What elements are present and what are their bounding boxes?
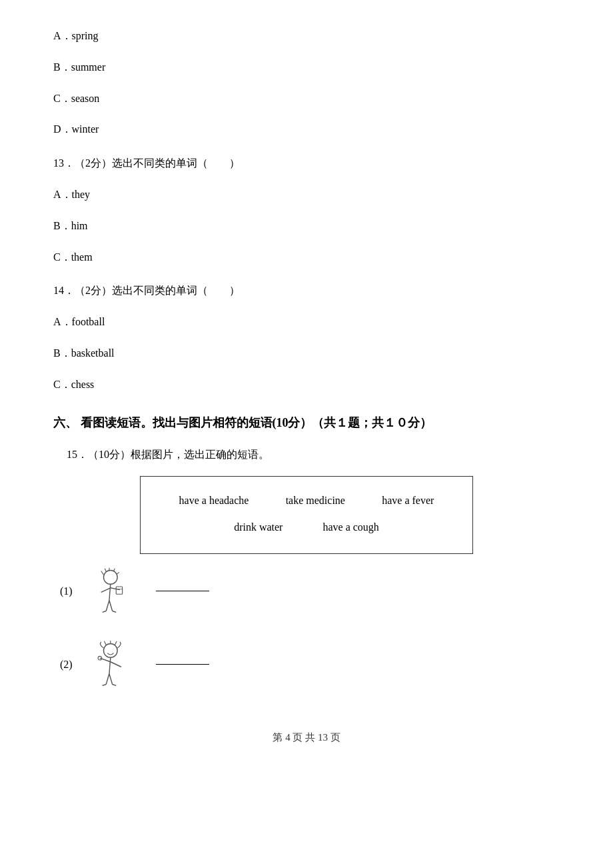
svg-line-12 [109, 601, 112, 611]
question-13: 13．（2分）选出不同类的单词（ ） [53, 154, 560, 173]
word-box: have a headache take medicine have a fev… [140, 476, 473, 553]
option-a-football: A．football [53, 313, 560, 332]
svg-line-26 [112, 685, 116, 686]
svg-line-5 [117, 573, 119, 575]
svg-line-18 [115, 641, 117, 645]
phrase-have-fever: have a fever [382, 489, 434, 512]
answer-line-2[interactable] [156, 664, 209, 665]
svg-point-15 [103, 644, 117, 658]
picture-item-2: (2) [60, 638, 560, 691]
svg-line-25 [102, 685, 106, 686]
figure-2 [87, 638, 140, 691]
svg-line-1 [101, 571, 103, 575]
svg-line-21 [110, 662, 121, 667]
page-footer: 第 4 页 共 13 页 [53, 731, 560, 744]
section-6-header: 六、 看图读短语。找出与图片相符的短语(10分）（共１题；共１０分） [53, 415, 560, 431]
option-c-them: C．them [53, 248, 560, 267]
svg-line-14 [112, 611, 116, 613]
svg-line-16 [104, 641, 106, 645]
picture-item-1: (1) [60, 565, 560, 618]
option-c-season: C．season [53, 89, 560, 109]
figure-1-svg [89, 566, 139, 616]
svg-line-7 [101, 588, 110, 593]
svg-line-19 [109, 657, 110, 673]
answer-line-1[interactable] [156, 591, 209, 591]
phrase-have-headache: have a headache [179, 489, 249, 512]
option-d-winter: D．winter [53, 120, 560, 139]
svg-line-24 [109, 674, 112, 685]
svg-point-0 [103, 571, 117, 585]
phrase-have-cough: have a cough [322, 515, 378, 539]
phrase-take-medicine: take medicine [286, 489, 345, 512]
option-b-summer: B．summer [53, 58, 560, 77]
svg-rect-9 [116, 587, 122, 594]
item-2-label: (2) [60, 659, 80, 671]
phrase-drink-water: drink water [234, 515, 283, 539]
svg-line-4 [113, 569, 115, 571]
option-a-they: A．they [53, 185, 560, 205]
option-b-basketball: B．basketball [53, 344, 560, 363]
figure-2-svg [89, 639, 139, 689]
svg-line-23 [106, 674, 109, 685]
option-c-chess: C．chess [53, 375, 560, 395]
svg-line-2 [105, 569, 106, 572]
svg-line-6 [109, 584, 110, 600]
question-15-header: 15．（10分）根据图片，选出正确的短语。 [67, 445, 560, 465]
question-14: 14．（2分）选出不同类的单词（ ） [53, 281, 560, 301]
figure-1 [87, 565, 140, 618]
word-row-2: drink water have a cough [161, 515, 452, 539]
item-1-label: (1) [60, 585, 80, 597]
word-row-1: have a headache take medicine have a fev… [161, 489, 452, 512]
svg-line-13 [102, 611, 106, 613]
option-a-spring: A．spring [53, 27, 560, 46]
svg-line-11 [106, 601, 109, 611]
option-b-him: B．him [53, 217, 560, 236]
svg-line-8 [110, 588, 119, 590]
